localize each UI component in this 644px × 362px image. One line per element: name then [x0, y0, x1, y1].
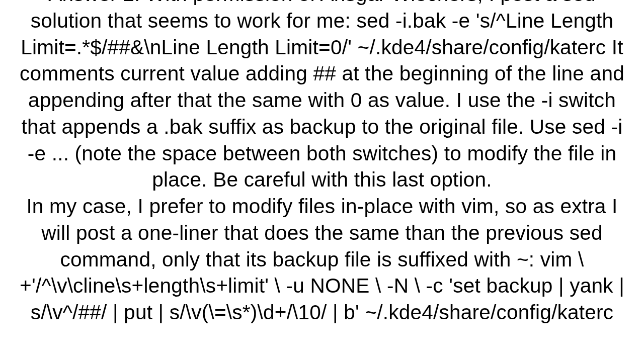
answer-body: Answer 2: With permission of Ansgar Wiec… — [15, 0, 629, 326]
answer-paragraph-2: In my case, I prefer to modify files in-… — [15, 193, 629, 326]
document-page: Answer 2: With permission of Ansgar Wiec… — [0, 0, 644, 362]
answer-paragraph-1: Answer 2: With permission of Ansgar Wiec… — [15, 0, 629, 193]
